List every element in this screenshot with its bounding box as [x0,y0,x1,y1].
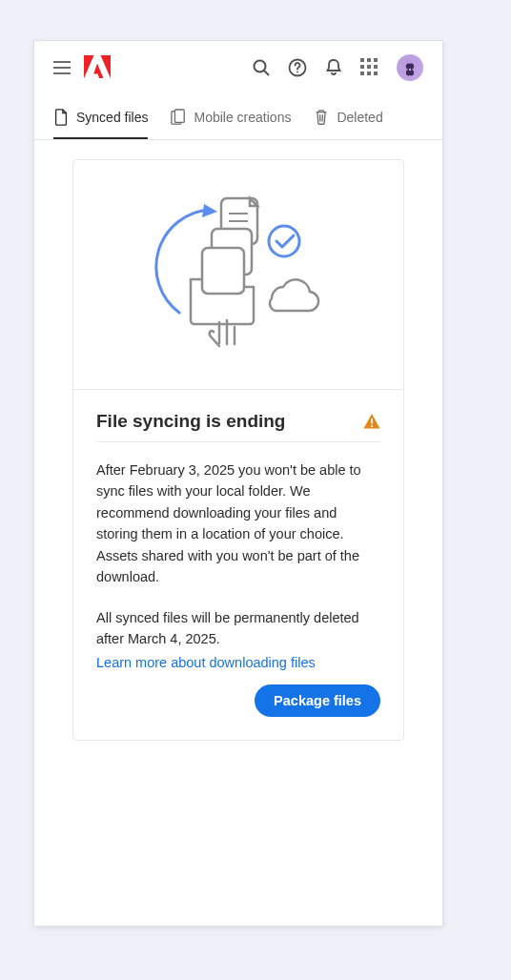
svg-point-4 [409,69,411,71]
tab-synced-files[interactable]: Synced files [53,95,148,139]
svg-rect-16 [371,419,373,424]
svg-rect-14 [202,248,244,294]
apps-grid-icon[interactable] [360,58,379,77]
content-area: File syncing is ending After February 3,… [34,140,442,926]
user-avatar[interactable] [397,54,423,81]
header-left [53,55,111,80]
tab-label: Deleted [337,110,382,125]
sync-illustration [73,160,403,390]
tab-label: Mobile creations [194,110,291,125]
mobile-creations-icon [171,109,186,126]
search-icon[interactable] [252,58,271,77]
card-paragraph-1: After February 3, 2025 you won't be able… [96,459,380,588]
card-body: File syncing is ending After February 3,… [73,390,403,740]
bell-icon[interactable] [324,58,343,77]
tab-label: Synced files [76,110,148,125]
notice-card: File syncing is ending After February 3,… [72,159,404,741]
package-files-button[interactable]: Package files [255,684,380,717]
card-title-row: File syncing is ending [96,411,380,442]
card-title: File syncing is ending [96,411,285,432]
header-right [252,54,423,81]
learn-more-link[interactable]: Learn more about downloading files [96,655,316,670]
svg-point-17 [371,425,373,427]
card-paragraph-2: All synced files will be permanently del… [96,607,380,650]
help-icon[interactable] [288,58,307,77]
svg-line-1 [264,71,269,75]
adobe-logo[interactable] [84,55,111,80]
warning-icon [363,413,380,430]
svg-point-15 [269,226,299,256]
svg-point-0 [255,61,266,72]
tab-deleted[interactable]: Deleted [314,95,382,139]
svg-rect-6 [175,110,185,122]
card-actions: Package files [96,684,380,717]
file-icon [53,109,69,126]
menu-icon[interactable] [53,61,71,74]
app-window: Synced files Mobile creations Deleted [33,40,443,927]
tabs-bar: Synced files Mobile creations Deleted [34,95,442,140]
app-header [34,41,442,95]
svg-point-3 [296,71,298,73]
tab-mobile-creations[interactable]: Mobile creations [171,95,291,139]
svg-marker-9 [202,204,217,217]
trash-icon [314,109,329,126]
